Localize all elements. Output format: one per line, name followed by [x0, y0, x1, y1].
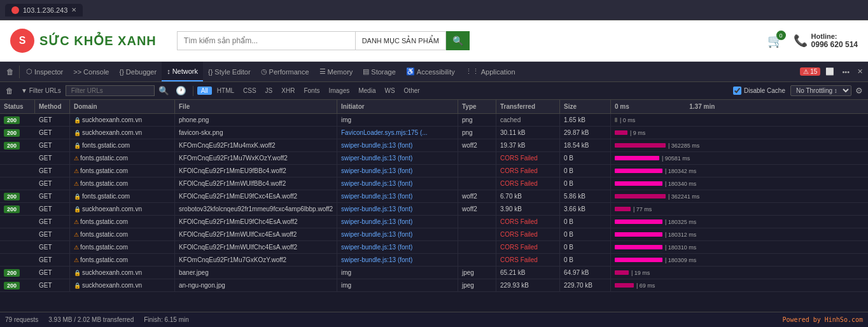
devtools-options-icon[interactable]: •••: [839, 67, 852, 77]
td-transferred: CORS Failed: [496, 152, 560, 164]
td-domain: ⚠fonts.gstatic.com: [70, 228, 175, 240]
search-button[interactable]: 🔍: [446, 31, 470, 50]
td-timeline: | 90581 ms: [611, 152, 868, 164]
td-timeline: | 362285 ms: [611, 139, 868, 151]
devtools-close-icon[interactable]: ✕: [855, 66, 865, 77]
filter-fonts[interactable]: Fonts: [300, 87, 323, 95]
filter-js[interactable]: JS: [262, 87, 277, 95]
search-input[interactable]: [177, 31, 356, 50]
td-initiator: img: [337, 114, 458, 126]
filter-other[interactable]: Other: [400, 87, 424, 95]
disable-cache-label[interactable]: Disable Cache: [733, 87, 785, 95]
td-transferred: CORS Failed: [496, 165, 560, 177]
td-initiator: swiper-bundle.js:13 (font): [337, 152, 458, 164]
td-initiator: swiper-bundle.js:13 (font): [337, 254, 458, 266]
td-type: [458, 216, 496, 228]
url-filter-input[interactable]: [66, 85, 155, 96]
td-transferred: cached: [496, 114, 560, 126]
table-row[interactable]: 200 GET 🔒fonts.gstatic.com KFOmCnqEu92Fr…: [0, 139, 868, 152]
td-method: GET: [35, 190, 70, 202]
tab-close-icon[interactable]: ✕: [71, 6, 76, 13]
td-method: GET: [35, 241, 70, 253]
logo-area: S SỨC KHỎE XANH: [10, 29, 157, 53]
td-method: GET: [35, 165, 70, 177]
table-row[interactable]: GET ⚠fonts.gstatic.com KFOmCnqEu92Fr1Mu7…: [0, 152, 868, 165]
browser-tab[interactable]: 103.1.236.243 ✕: [5, 4, 83, 17]
performance-icon: ◷: [261, 67, 267, 76]
td-domain: ⚠fonts.gstatic.com: [70, 254, 175, 266]
application-label: Application: [481, 68, 515, 76]
table-row[interactable]: 200 GET 🔒suckhoexanh.com.vn an-ngu-ngon.…: [0, 279, 868, 292]
table-row[interactable]: 200 GET 🔒suckhoexanh.com.vn baner.jpeg i…: [0, 267, 868, 279]
table-row[interactable]: GET ⚠fonts.gstatic.com KFOlCnqEu92Fr1MmW…: [0, 177, 868, 190]
td-transferred: CORS Failed: [496, 228, 560, 240]
tab-network[interactable]: ↕ Network: [162, 62, 203, 81]
tab-accessibility[interactable]: ♿ Accessibility: [401, 62, 460, 81]
th-file[interactable]: File: [175, 100, 337, 113]
td-size: 0 B: [560, 241, 611, 253]
filter-css[interactable]: CSS: [239, 87, 260, 95]
td-status: 200: [0, 267, 35, 279]
tab-console[interactable]: >> Console: [68, 62, 114, 81]
network-search-btn[interactable]: 🔍: [156, 85, 172, 97]
tab-memory[interactable]: ☰ Memory: [314, 62, 358, 81]
td-timeline: | 180310 ms: [611, 241, 868, 253]
table-row[interactable]: GET ⚠fonts.gstatic.com KFOlCnqEu92Fr1MmE…: [0, 165, 868, 177]
th-initiator[interactable]: Initiator: [337, 100, 458, 113]
tab-debugger[interactable]: {} Debugger: [114, 62, 162, 81]
devtools-layout-icon[interactable]: ⬜: [823, 66, 837, 77]
td-status: 200: [0, 114, 35, 126]
table-row[interactable]: 200 GET 🔒fonts.gstatic.com KFOlCnqEu92Fr…: [0, 190, 868, 203]
filter-images[interactable]: Images: [325, 87, 353, 95]
table-row[interactable]: GET ⚠fonts.gstatic.com KFOlCnqEu92Fr1MmE…: [0, 216, 868, 228]
clear-network-button[interactable]: 🗑: [3, 85, 17, 97]
tab-inspector[interactable]: ⬡ Inspector: [21, 62, 68, 81]
filter-toggle-button[interactable]: ▼ Filter URLs: [18, 86, 64, 95]
cart-area[interactable]: 🛒 0: [767, 33, 783, 48]
td-domain: ⚠fonts.gstatic.com: [70, 152, 175, 164]
table-row[interactable]: GET ⚠fonts.gstatic.com KFOlCnqEu92Fr1MmW…: [0, 241, 868, 254]
filter-ws[interactable]: WS: [381, 87, 398, 95]
th-domain[interactable]: Domain: [70, 100, 175, 113]
powered-by: Powered by HinhSo.com: [783, 316, 863, 323]
td-type: png: [458, 127, 496, 139]
tab-application[interactable]: ⋮⋮ Application: [460, 62, 521, 81]
status-bar: 79 requests 3.93 MB / 2.02 MB transferre…: [0, 312, 868, 327]
table-row[interactable]: GET ⚠fonts.gstatic.com KFOmCnqEu92Fr1Mu7…: [0, 254, 868, 267]
filter-all[interactable]: All: [197, 87, 212, 95]
tab-performance[interactable]: ◷ Performance: [256, 62, 314, 81]
td-timeline: | 19 ms: [611, 267, 868, 279]
filter-media[interactable]: Media: [354, 87, 379, 95]
filter-html[interactable]: HTML: [213, 87, 238, 95]
disable-cache-checkbox[interactable]: [733, 87, 741, 95]
network-label: Network: [172, 67, 198, 75]
td-timeline: | 180325 ms: [611, 216, 868, 228]
filter-xhr[interactable]: XHR: [277, 87, 298, 95]
nav-menu-button[interactable]: DANH MỤC SẢN PHẨM: [356, 31, 446, 50]
th-status[interactable]: Status: [0, 100, 35, 113]
th-type[interactable]: Type: [458, 100, 496, 113]
tab-storage[interactable]: ▤ Storage: [358, 62, 401, 81]
td-initiator: swiper-bundle.js:13 (font): [337, 216, 458, 228]
th-timeline[interactable]: 0 ms 1.37 min: [611, 100, 868, 113]
devtools-trash-btn[interactable]: 🗑: [3, 65, 18, 79]
throttling-select[interactable]: No Throttling ↕: [790, 85, 851, 96]
th-size[interactable]: Size: [560, 100, 611, 113]
console-icon: >>: [73, 68, 81, 76]
table-row[interactable]: GET ⚠fonts.gstatic.com KFOlCnqEu92Fr1MmW…: [0, 228, 868, 241]
td-type: jpeg: [458, 279, 496, 291]
tab-style-editor[interactable]: {} Style Editor: [203, 62, 256, 81]
td-domain: ⚠fonts.gstatic.com: [70, 165, 175, 177]
td-type: [458, 254, 496, 266]
style-editor-label: Style Editor: [214, 68, 250, 76]
th-transferred[interactable]: Transferred: [496, 100, 560, 113]
td-domain: ⚠fonts.gstatic.com: [70, 216, 175, 228]
td-domain: 🔒suckhoexanh.com.vn: [70, 127, 175, 139]
table-row[interactable]: 200 GET 🔒suckhoexanh.com.vn phone.png im…: [0, 114, 868, 127]
search-area: DANH MỤC SẢN PHẨM 🔍: [177, 31, 470, 50]
th-method[interactable]: Method: [35, 100, 70, 113]
table-row[interactable]: 200 GET 🔒suckhoexanh.com.vn srobotov32kf…: [0, 203, 868, 216]
table-row[interactable]: 200 GET 🔒suckhoexanh.com.vn favicon-skx.…: [0, 127, 868, 139]
throttle-timer-btn[interactable]: 🕐: [173, 85, 189, 97]
network-settings-btn[interactable]: ⚙: [853, 85, 865, 97]
